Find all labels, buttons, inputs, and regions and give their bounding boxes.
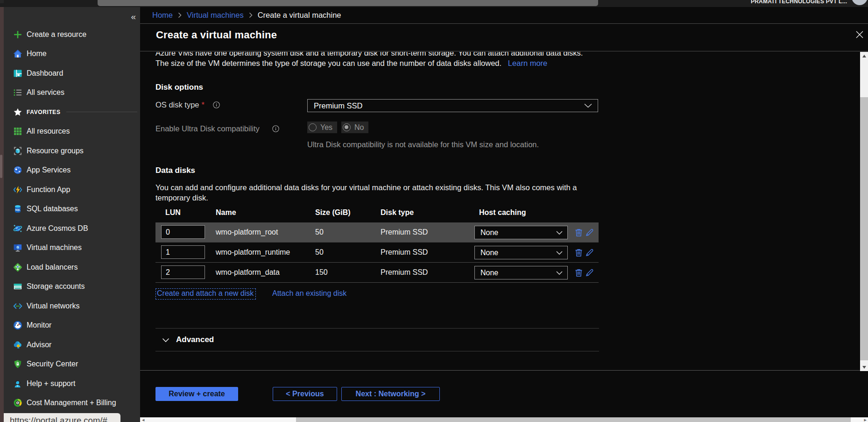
- cube-brackets-icon: [13, 146, 22, 156]
- breadcrumb-virtual-machines[interactable]: Virtual machines: [187, 11, 244, 20]
- star-icon: [13, 107, 22, 117]
- chevron-right-icon: [249, 12, 253, 18]
- delete-disk-icon[interactable]: [574, 228, 583, 237]
- breadcrumb-current: Create a virtual machine: [258, 11, 341, 20]
- browser-status-bar: https://portal.azure.com/#: [4, 413, 120, 422]
- radio-no-label: No: [354, 123, 364, 132]
- os-disk-type-select[interactable]: Premium SSD: [307, 99, 598, 112]
- info-icon[interactable]: [213, 101, 220, 108]
- sidebar-nav: Create a resource Home Dashboard All ser…: [4, 25, 140, 413]
- sidebar-item-home[interactable]: Home: [4, 44, 140, 64]
- column-header-host-caching: Host caching: [479, 208, 526, 217]
- edit-disk-icon[interactable]: [585, 268, 594, 277]
- disk-size-cell: 150: [315, 263, 328, 283]
- data-disk-row: wmo-platform_data 150 Premium SSD None: [155, 263, 599, 283]
- column-header-disk-type: Disk type: [381, 208, 414, 217]
- sidebar-item-virtual-machines[interactable]: Virtual machines: [4, 238, 140, 258]
- sidebar-item-function-app[interactable]: Function App: [4, 180, 140, 200]
- advanced-section-toggle[interactable]: Advanced: [176, 335, 214, 344]
- page-title: Create a virtual machine: [156, 29, 277, 41]
- main-panel: Home Virtual machines Create a virtual m…: [140, 7, 868, 422]
- corner-filler: [0, 0, 4, 3]
- sidebar-item-azure-cosmos-db[interactable]: Azure Cosmos DB: [4, 219, 140, 238]
- scroll-up-arrow[interactable]: [860, 52, 868, 60]
- sidebar-item-label: All services: [27, 88, 64, 97]
- create-attach-disk-link[interactable]: Create and attach a new disk: [155, 288, 256, 300]
- ultra-disk-no-option[interactable]: No: [341, 122, 368, 133]
- sidebar-item-create-a-resource[interactable]: Create a resource: [4, 25, 140, 44]
- sidebar-item-dashboard[interactable]: Dashboard: [4, 64, 140, 83]
- chevron-down-icon: [584, 104, 592, 108]
- sidebar-item-cost-management[interactable]: $ Cost Management + Billing: [4, 393, 140, 413]
- horizontal-scrollbar[interactable]: ◀ ▶: [140, 417, 868, 422]
- sidebar: « Create a resource Home Dashboard: [4, 7, 140, 422]
- host-caching-select[interactable]: None: [474, 246, 568, 259]
- sidebar-collapse-button[interactable]: «: [131, 11, 136, 22]
- sidebar-item-all-services[interactable]: All services: [4, 83, 140, 103]
- disk-type-cell: Premium SSD: [381, 243, 428, 263]
- scroll-right-arrow[interactable]: ▶: [864, 418, 867, 422]
- sidebar-item-all-resources[interactable]: All resources: [4, 122, 140, 142]
- radio-unselected-icon: [309, 123, 317, 131]
- scroll-left-arrow[interactable]: ◀: [142, 418, 144, 422]
- disk-name-cell: wmo-platform_data: [216, 263, 280, 283]
- delete-disk-icon[interactable]: [574, 268, 583, 277]
- edit-disk-icon[interactable]: [585, 248, 594, 257]
- breadcrumb-home[interactable]: Home: [152, 11, 173, 20]
- host-caching-select[interactable]: None: [474, 266, 568, 279]
- sidebar-item-label: Security Center: [27, 360, 78, 368]
- sidebar-item-advisor[interactable]: Advisor: [4, 335, 140, 355]
- sidebar-item-label: Dashboard: [27, 69, 63, 78]
- vertical-scrollbar-thumb[interactable]: [860, 97, 868, 360]
- sidebar-item-app-services[interactable]: App Services: [4, 161, 140, 180]
- sidebar-item-security-center[interactable]: Security Center: [4, 355, 140, 374]
- sidebar-item-virtual-networks[interactable]: Virtual networks: [4, 296, 140, 316]
- svg-text:SQL: SQL: [15, 209, 21, 212]
- vertical-scrollbar[interactable]: [860, 52, 868, 371]
- scroll-down-arrow[interactable]: [860, 363, 868, 371]
- lun-input[interactable]: [161, 225, 205, 239]
- sidebar-item-monitor[interactable]: Monitor: [4, 316, 140, 336]
- chevron-down-icon: [556, 251, 563, 255]
- sidebar-item-label: Home: [27, 50, 47, 58]
- delete-disk-icon[interactable]: [574, 248, 583, 257]
- sidebar-item-label: Azure Cosmos DB: [27, 224, 88, 233]
- info-icon[interactable]: [272, 125, 279, 132]
- sidebar-item-sql-databases[interactable]: SQL SQL databases: [4, 200, 140, 219]
- azure-portal-screen: PRAMATI TECHNOLOGIES PVT L... « Create a…: [0, 0, 868, 422]
- sidebar-item-load-balancers[interactable]: Load balancers: [4, 257, 140, 277]
- intro-line1: Azure VMs have one operating system disk…: [155, 52, 583, 58]
- sidebar-item-resource-groups[interactable]: Resource groups: [4, 141, 140, 161]
- sidebar-item-storage-accounts[interactable]: Storage accounts: [4, 277, 140, 297]
- ultra-disk-yes-option[interactable]: Yes: [307, 122, 337, 133]
- search-input[interactable]: [98, 0, 598, 6]
- grid-icon: [13, 127, 22, 136]
- person-headset-icon: [13, 379, 22, 388]
- edit-disk-icon[interactable]: [585, 228, 594, 237]
- disk-size-cell: 50: [315, 222, 324, 243]
- attach-existing-disk-link[interactable]: Attach an existing disk: [272, 289, 346, 298]
- plus-icon: [13, 30, 22, 39]
- review-create-button[interactable]: Review + create: [155, 387, 238, 401]
- edge-strip-handle[interactable]: [0, 155, 2, 178]
- disk-type-cell: Premium SSD: [381, 222, 428, 243]
- advisor-icon: [13, 340, 22, 350]
- favorites-divider: [66, 112, 137, 112]
- chevron-down-icon[interactable]: [162, 338, 169, 343]
- learn-more-link[interactable]: Learn more: [508, 59, 547, 67]
- horizontal-scrollbar-thumb[interactable]: [296, 417, 851, 422]
- previous-button[interactable]: < Previous: [273, 387, 337, 401]
- chevron-right-icon: [178, 12, 182, 18]
- next-networking-button[interactable]: Next : Networking >: [341, 387, 440, 401]
- host-caching-value: None: [480, 269, 498, 277]
- sidebar-item-label: Monitor: [27, 321, 51, 329]
- host-caching-select[interactable]: None: [474, 226, 568, 239]
- lun-input[interactable]: [161, 265, 205, 279]
- disk-name-cell: wmo-platform_root: [216, 222, 278, 243]
- intro-line2: The size of the VM determines the type o…: [155, 59, 501, 67]
- close-icon[interactable]: [855, 30, 864, 39]
- lun-input[interactable]: [161, 245, 205, 259]
- data-disks-desc-line1: You can add and configure additional dat…: [155, 182, 577, 193]
- radio-selected-icon: [343, 123, 351, 131]
- sidebar-item-help-support[interactable]: Help + support: [4, 374, 140, 393]
